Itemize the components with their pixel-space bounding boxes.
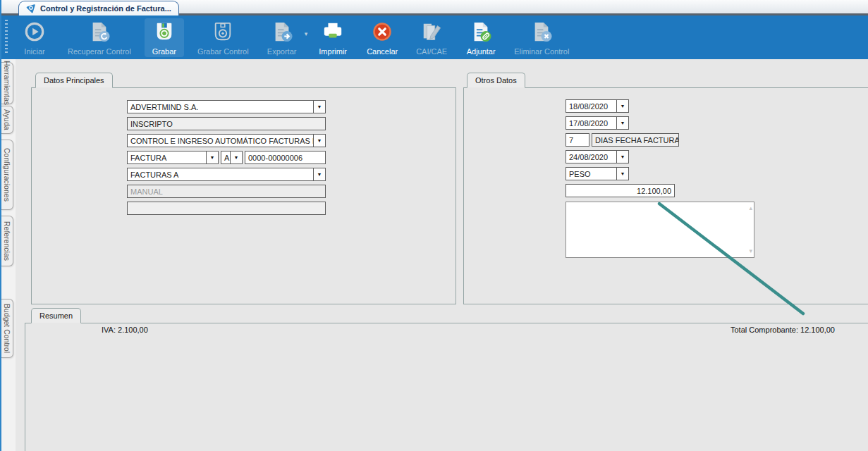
printer-icon — [322, 20, 343, 43]
comprobante-numero-input[interactable]: 0000-00000006 — [245, 151, 326, 164]
toolbar-button-cancelar[interactable]: Cancelar — [362, 18, 402, 57]
toolbar-button-grabar-control[interactable]: Grabar Control — [194, 18, 252, 57]
comprobante-tipo-dropdown[interactable]: FACTURA ▼ — [127, 151, 219, 164]
moneda-dropdown[interactable]: PESO ▼ — [566, 167, 629, 180]
side-tab-herramientas[interactable]: Herramientas — [1, 62, 13, 104]
side-tab-budget-control[interactable]: Budget Control — [1, 299, 13, 358]
chevron-down-icon[interactable]: ▼ — [616, 117, 628, 129]
fecha-contable-datepicker[interactable]: 18/08/2020 ▼ — [566, 99, 629, 113]
app-icon — [26, 4, 36, 13]
toolbar-button-recuperar-control[interactable]: Recuperar Control — [64, 18, 135, 57]
side-tab-referencias[interactable]: Referencias — [1, 216, 13, 266]
fecha-comprob-datepicker[interactable]: 17/08/2020 ▼ — [566, 116, 629, 130]
tipo-resp-field: INSCRIPTO — [127, 117, 326, 130]
toolbar-button-imprimir[interactable]: Imprimir — [313, 18, 353, 57]
application-window: Control y Registración de Factura... Ini… — [0, 0, 868, 451]
tab-resumen[interactable]: Resumen — [31, 308, 81, 323]
cancel-icon — [372, 20, 393, 43]
toolbar-button-exportar[interactable]: Exportar — [262, 18, 302, 57]
tab-otros-datos[interactable]: Otros Datos — [467, 73, 525, 88]
title-bar: Control y Registración de Factura... — [1, 0, 868, 16]
toolbar-button-grabar[interactable]: Grabar — [145, 18, 184, 57]
toolbar-button-cai-cae[interactable]: CAI/CAE — [412, 18, 451, 57]
doc-export-icon — [271, 20, 293, 43]
save-icon — [154, 20, 175, 43]
chevron-down-icon[interactable]: ▼ — [616, 168, 628, 180]
tab-datos-principales[interactable]: Datos Principales — [35, 73, 113, 88]
scroll-down-icon[interactable]: ▾ — [749, 248, 752, 254]
proveedor-dropdown[interactable]: ADVERTMIND S.A. ▼ — [127, 100, 326, 113]
window-title-tab[interactable]: Control y Registración de Factura... — [18, 1, 179, 16]
doc-undo-icon — [89, 20, 110, 43]
toolbar-button-iniciar[interactable]: Iniciar — [15, 18, 54, 57]
play-icon — [24, 20, 45, 43]
total-comprobante-summary: Total Comprobante: 12.100,00 — [721, 326, 835, 334]
importe-total-input[interactable]: 12.100,00 — [566, 184, 675, 197]
toolbar-buttons: IniciarRecuperar ControlGrabarGrabar Con… — [11, 16, 577, 59]
side-tab-ayuda[interactable]: Ayuda — [1, 106, 13, 134]
chevron-down-icon[interactable]: ▼ — [313, 135, 325, 147]
tipo-carga-dropdown[interactable]: CONTROL E INGRESO AUTOMÁTICO FACTURAS DE… — [127, 134, 326, 147]
toolbar-button-adjuntar[interactable]: Adjuntar — [461, 18, 501, 57]
chevron-down-icon[interactable]: ▼ — [616, 151, 628, 163]
tipo-facturacion-field: MANUAL — [127, 185, 326, 198]
chevron-down-icon[interactable]: ▼ — [206, 152, 218, 163]
chevron-down-icon[interactable]: ▼ — [313, 101, 325, 113]
plazo-pago-modo-field: DIAS FECHA FACTURA — [592, 133, 679, 147]
content-area: HerramientasAyudaConfiguracionesReferenc… — [1, 59, 868, 451]
plazo-pago-input[interactable]: 7 — [566, 133, 589, 147]
comp-rg1361-dropdown[interactable]: FACTURAS A ▼ — [127, 168, 326, 181]
chevron-down-icon[interactable]: ▼ — [230, 152, 242, 163]
save-outline-icon — [212, 20, 233, 43]
chevron-down-icon[interactable]: ▼ — [313, 168, 325, 180]
window-title: Control y Registración de Factura... — [40, 4, 171, 13]
doc-edit-icon — [421, 20, 442, 43]
observaciones-textarea[interactable]: ▴ ▾ — [566, 202, 754, 258]
cai-cae-field[interactable] — [127, 202, 326, 215]
chevron-down-icon[interactable]: ▼ — [616, 100, 628, 112]
toolbar-grip[interactable] — [5, 20, 8, 55]
iva-summary: IVA: 2.100,00 — [102, 326, 148, 334]
toolbar-dropdown-caret[interactable]: ▾ — [305, 30, 308, 37]
side-tab-configuraciones[interactable]: Configuraciones — [1, 140, 13, 210]
scroll-up-icon[interactable]: ▴ — [749, 205, 752, 211]
side-tab-strip: HerramientasAyudaConfiguracionesReferenc… — [1, 59, 16, 451]
toolbar-button-eliminar-control[interactable]: Eliminar Control — [511, 18, 573, 57]
fecha-vencimiento-datepicker[interactable]: 24/08/2020 ▼ — [566, 150, 629, 163]
attach-icon — [470, 20, 491, 43]
comprobante-letra-dropdown[interactable]: A ▼ — [221, 151, 243, 164]
main-toolbar: IniciarRecuperar ControlGrabarGrabar Con… — [1, 16, 868, 59]
resumen-panel — [25, 323, 868, 451]
doc-delete-icon — [531, 20, 552, 43]
